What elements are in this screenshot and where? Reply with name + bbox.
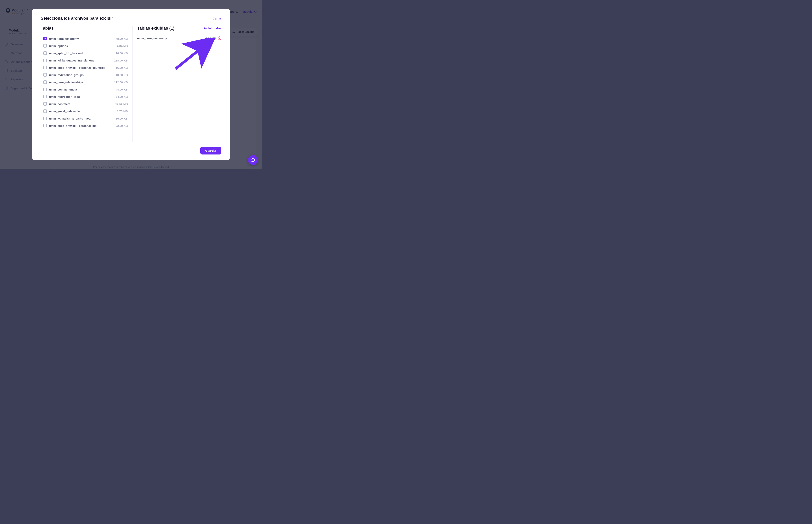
- table-checkbox[interactable]: [43, 95, 47, 98]
- table-size: 112.00 KB: [113, 81, 128, 84]
- table-row[interactable]: umm_yoast_indexable1.75 MB: [41, 108, 128, 115]
- table-size: 48.00 KB: [113, 73, 128, 77]
- table-size: 16.00 KB: [113, 66, 128, 69]
- table-row[interactable]: umm_postmeta17.52 MB: [41, 100, 128, 108]
- table-row[interactable]: umm_term_relationships112.00 KB: [41, 79, 128, 86]
- table-name: umm_postmeta: [49, 102, 113, 105]
- table-size: 288.00 KB: [113, 59, 128, 62]
- save-button[interactable]: Guardar: [200, 147, 221, 154]
- table-checkbox[interactable]: [43, 51, 47, 55]
- table-row[interactable]: umm_redirection_logs64.00 KB: [41, 93, 128, 100]
- table-name: umm_commentmeta: [49, 88, 113, 91]
- excluded-size: 48.00 KB: [204, 37, 216, 40]
- table-row[interactable]: umm_wpmailsmtp_tasks_meta16.00 KB: [41, 115, 128, 122]
- table-name: umm_term_taxonomy: [49, 37, 113, 40]
- tables-column: Tablas umm_term_taxonomy48.00 KBumm_opti…: [41, 26, 132, 142]
- excluded-list: umm_term_taxonomy48.00 KB: [137, 35, 221, 42]
- table-checkbox[interactable]: [43, 44, 47, 48]
- chat-fab-button[interactable]: [248, 155, 258, 165]
- table-row[interactable]: umm_spbc_firewall__personal_countries16.…: [41, 64, 128, 71]
- table-row[interactable]: umm_icl_languages_translations288.00 KB: [41, 57, 128, 64]
- table-checkbox[interactable]: [43, 88, 47, 91]
- modal-footer: Guardar: [41, 142, 221, 154]
- modal-header: Selecciona los archivos para excluir Cer…: [41, 16, 221, 21]
- tables-column-title: Tablas: [41, 26, 54, 31]
- exclude-files-modal: Selecciona los archivos para excluir Cer…: [32, 9, 230, 160]
- table-checkbox[interactable]: [43, 102, 47, 105]
- table-row[interactable]: umm_options4.34 MB: [41, 42, 128, 49]
- include-all-button[interactable]: Incluir todos: [204, 27, 221, 30]
- table-name: umm_spbc_firewall__personal_countries: [49, 66, 113, 69]
- table-checkbox[interactable]: [43, 80, 47, 84]
- table-name: umm_spbc_firewall__personal_ips: [49, 124, 113, 127]
- table-name: umm_spbc_bfp_blocked: [49, 52, 113, 55]
- table-row[interactable]: umm_spbc_firewall__personal_ips32.00 KB: [41, 122, 128, 129]
- table-size: 32.00 KB: [113, 124, 128, 127]
- table-name: umm_yoast_indexable: [49, 110, 113, 113]
- modal-title: Selecciona los archivos para excluir: [41, 16, 113, 21]
- table-row[interactable]: umm_term_taxonomy48.00 KB: [41, 35, 128, 42]
- excluded-column-title: Tablas exluidas (1): [137, 26, 175, 31]
- table-size: 16.00 KB: [113, 52, 128, 55]
- modal-body: Tablas umm_term_taxonomy48.00 KBumm_opti…: [41, 26, 221, 142]
- table-checkbox[interactable]: [43, 110, 47, 113]
- table-name: umm_options: [49, 44, 113, 48]
- table-checkbox[interactable]: [43, 73, 47, 77]
- table-name: umm_redirection_logs: [49, 95, 113, 98]
- table-name: umm_redirection_groups: [49, 73, 113, 77]
- table-checkbox[interactable]: [43, 124, 47, 127]
- table-size: 48.00 KB: [113, 88, 128, 91]
- remove-excluded-icon[interactable]: [218, 36, 221, 40]
- table-size: 4.34 MB: [113, 44, 128, 48]
- chat-icon: [251, 158, 255, 162]
- table-name: umm_wpmailsmtp_tasks_meta: [49, 117, 113, 120]
- table-size: 1.75 MB: [113, 110, 128, 113]
- table-checkbox[interactable]: [43, 66, 47, 69]
- table-row[interactable]: umm_commentmeta48.00 KB: [41, 86, 128, 93]
- table-name: umm_icl_languages_translations: [49, 59, 113, 62]
- table-name: umm_term_relationships: [49, 81, 113, 84]
- excluded-row: umm_term_taxonomy48.00 KB: [137, 35, 221, 42]
- tables-list: umm_term_taxonomy48.00 KBumm_options4.34…: [41, 35, 128, 129]
- close-button[interactable]: Cerrar: [213, 17, 221, 20]
- table-checkbox[interactable]: [43, 37, 47, 40]
- table-size: 17.52 MB: [113, 102, 128, 105]
- table-size: 64.00 KB: [113, 95, 128, 98]
- table-checkbox[interactable]: [43, 117, 47, 120]
- table-checkbox[interactable]: [43, 59, 47, 62]
- table-row[interactable]: umm_spbc_bfp_blocked16.00 KB: [41, 49, 128, 57]
- table-size: 48.00 KB: [113, 37, 128, 40]
- excluded-name: umm_term_taxonomy: [137, 37, 204, 40]
- table-row[interactable]: umm_redirection_groups48.00 KB: [41, 71, 128, 79]
- table-size: 16.00 KB: [113, 117, 128, 120]
- excluded-column: Tablas exluidas (1) Incluir todos umm_te…: [132, 26, 221, 142]
